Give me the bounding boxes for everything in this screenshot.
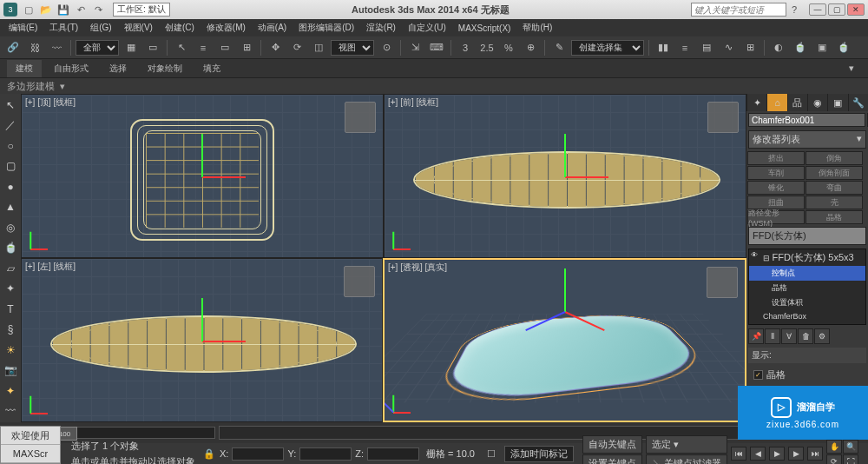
- orbit-icon[interactable]: ⟳: [826, 454, 842, 465]
- mod-pathdeform[interactable]: 路径变形 (WSM): [747, 210, 805, 224]
- viewcube-perspective[interactable]: [707, 267, 738, 298]
- snap-toggle-icon[interactable]: 3: [456, 38, 475, 57]
- lt-star-icon[interactable]: ✦: [1, 280, 20, 299]
- lt-plane-icon[interactable]: ▱: [1, 259, 20, 278]
- schematic-icon[interactable]: ⊞: [740, 38, 760, 57]
- keyboard-shortcut-icon[interactable]: ⌨: [427, 38, 446, 57]
- named-selection-dropdown[interactable]: 创建选择集: [571, 40, 644, 56]
- curve-editor-icon[interactable]: ∿: [719, 38, 738, 57]
- unlink-icon[interactable]: ⛓: [25, 38, 44, 57]
- named-selection-edit-icon[interactable]: ✎: [549, 38, 569, 57]
- pin-stack-icon[interactable]: 📌: [748, 328, 764, 344]
- bind-spacewarp-icon[interactable]: 〰: [47, 38, 66, 57]
- play-icon[interactable]: ▶: [769, 447, 785, 461]
- ribbon-tab-populate[interactable]: 填充: [194, 60, 229, 77]
- lt-sphere-icon[interactable]: ●: [1, 177, 20, 196]
- lt-box-icon[interactable]: ▢: [1, 157, 20, 176]
- close-button[interactable]: ✕: [847, 3, 865, 16]
- move-icon[interactable]: ✥: [266, 38, 285, 57]
- show-end-result-icon[interactable]: Ⅱ: [765, 328, 780, 344]
- ffd-header[interactable]: FFD(长方体): [748, 227, 866, 245]
- menu-maxscript[interactable]: MAXScript(X): [453, 22, 516, 35]
- menu-rendering[interactable]: 渲染(R): [361, 20, 401, 36]
- lt-teapot-icon[interactable]: 🍵: [1, 239, 20, 258]
- stack-chamferbox[interactable]: ChamferBox: [749, 310, 865, 322]
- lt-helper-icon[interactable]: ✦: [1, 381, 20, 401]
- selection-filter-dropdown[interactable]: 全部: [76, 40, 119, 56]
- viewport-label-top[interactable]: [+] [顶] [线框]: [25, 96, 76, 109]
- coord-z-input[interactable]: [367, 447, 419, 461]
- lt-line-icon[interactable]: ／: [1, 116, 20, 136]
- ribbon-tab-freeform[interactable]: 自由形式: [45, 60, 97, 77]
- tab-utilities-icon[interactable]: 🔧: [848, 94, 868, 111]
- scale-icon[interactable]: ◫: [309, 38, 328, 57]
- mod-lattice[interactable]: 晶格: [806, 210, 863, 224]
- lt-arrow-icon[interactable]: ↖: [1, 96, 20, 115]
- align-icon[interactable]: ≡: [675, 38, 694, 57]
- menu-view[interactable]: 视图(V): [119, 20, 158, 36]
- mod-bend[interactable]: 弯曲: [806, 181, 863, 195]
- viewcube-front[interactable]: [707, 102, 739, 133]
- viewport-label-front[interactable]: [+] [前] [线框]: [388, 96, 438, 109]
- layers-icon[interactable]: ▤: [697, 38, 716, 57]
- percent-snap-icon[interactable]: %: [499, 38, 518, 57]
- stack-lattice[interactable]: 晶格: [749, 281, 865, 295]
- select-filter-icon[interactable]: ▦: [122, 38, 141, 57]
- menu-tools[interactable]: 工具(T): [44, 20, 83, 36]
- render-icon[interactable]: 🍵: [834, 38, 853, 57]
- isolate-icon[interactable]: ☐: [482, 444, 501, 463]
- lattice-checkbox-row[interactable]: ✓ 晶格: [752, 367, 863, 383]
- save-icon[interactable]: 💾: [56, 2, 71, 17]
- maximize-viewport-icon[interactable]: ⛶: [843, 454, 858, 465]
- ribbon-tab-objectpaint[interactable]: 对象绘制: [139, 60, 191, 77]
- autokey-button[interactable]: 自动关键点: [582, 435, 642, 454]
- lt-helix-icon[interactable]: §: [1, 321, 20, 340]
- object-name-field[interactable]: [748, 113, 865, 127]
- rotate-icon[interactable]: ⟳: [287, 38, 306, 57]
- menu-graph-editors[interactable]: 图形编辑器(D): [293, 20, 359, 36]
- select-icon[interactable]: ▭: [143, 38, 162, 57]
- menu-animation[interactable]: 动画(A): [253, 20, 292, 36]
- angle-snap-icon[interactable]: 2.5: [477, 38, 496, 57]
- tab-hierarchy-icon[interactable]: 品: [787, 94, 807, 111]
- ribbon-tab-modeling[interactable]: 建模: [7, 60, 42, 77]
- mod-bevel[interactable]: 倒角: [806, 151, 863, 165]
- render-frame-icon[interactable]: ▣: [812, 38, 832, 57]
- app-icon[interactable]: 3: [3, 3, 17, 17]
- remove-modifier-icon[interactable]: 🗑: [798, 328, 813, 344]
- manipulate-icon[interactable]: ⇲: [405, 38, 424, 57]
- stack-ffd[interactable]: 👁⊟ FFD(长方体) 5x5x3: [749, 249, 865, 266]
- tab-motion-icon[interactable]: ◉: [807, 94, 827, 111]
- viewport-label-left[interactable]: [+] [左] [线框]: [25, 261, 76, 273]
- tab-display-icon[interactable]: ▣: [827, 94, 847, 111]
- lt-text-icon[interactable]: T: [1, 300, 20, 319]
- menu-help[interactable]: 帮助(H): [517, 20, 557, 36]
- lt-light-icon[interactable]: ☀: [1, 341, 20, 360]
- viewport-perspective[interactable]: [+] [透视] [真实]: [383, 258, 746, 422]
- viewport-left[interactable]: [+] [左] [线框]: [21, 258, 383, 422]
- ref-coordsys-dropdown[interactable]: 视图: [331, 40, 374, 56]
- menu-group[interactable]: 组(G): [85, 20, 116, 36]
- selected-dropdown[interactable]: 选定 ▾: [646, 435, 727, 454]
- script-listener[interactable]: 欢迎使用 MAXScr: [0, 426, 61, 464]
- lt-spacewarp-icon[interactable]: 〰: [1, 402, 20, 421]
- menu-edit[interactable]: 编辑(E): [3, 20, 43, 36]
- mirror-icon[interactable]: ▮▮: [654, 38, 673, 57]
- time-slider[interactable]: 0 / 100: [42, 427, 215, 439]
- new-icon[interactable]: ▢: [21, 2, 36, 17]
- menu-modifiers[interactable]: 修改器(M): [201, 20, 251, 36]
- pivot-icon[interactable]: ⊙: [377, 38, 396, 57]
- viewport-label-perspective[interactable]: [+] [透视] [真实]: [388, 262, 447, 274]
- coord-x-input[interactable]: [232, 447, 284, 461]
- open-icon[interactable]: 📂: [38, 2, 54, 17]
- minimize-button[interactable]: —: [809, 3, 826, 16]
- select-arrow-icon[interactable]: ↖: [172, 38, 191, 57]
- menu-customize[interactable]: 自定义(U): [403, 20, 451, 36]
- goto-end-icon[interactable]: ⏭: [807, 447, 823, 461]
- spinner-snap-icon[interactable]: ⊕: [521, 38, 540, 57]
- render-setup-icon[interactable]: 🍵: [791, 38, 810, 57]
- viewport-front[interactable]: [+] [前] [线框]: [384, 94, 746, 258]
- next-frame-icon[interactable]: ▶: [788, 447, 804, 461]
- keyfilter-button[interactable]: ↘ 关键点过滤器: [646, 454, 727, 465]
- material-editor-icon[interactable]: ◐: [769, 38, 788, 57]
